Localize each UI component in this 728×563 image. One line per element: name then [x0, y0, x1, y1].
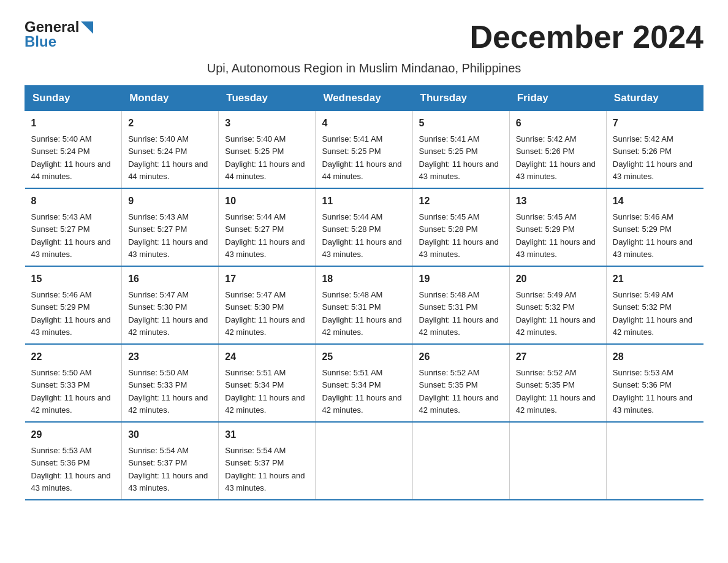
day-number: 6 — [516, 116, 600, 131]
day-number: 18 — [322, 272, 406, 286]
month-title: December 2024 — [469, 18, 703, 55]
day-info: Sunrise: 5:44 AMSunset: 5:27 PMDaylight:… — [225, 212, 305, 259]
day-info: Sunrise: 5:51 AMSunset: 5:34 PMDaylight:… — [225, 368, 305, 415]
day-info: Sunrise: 5:46 AMSunset: 5:29 PMDaylight:… — [613, 212, 692, 259]
calendar-cell: 10Sunrise: 5:44 AMSunset: 5:27 PMDayligh… — [219, 188, 316, 266]
day-info: Sunrise: 5:54 AMSunset: 5:37 PMDaylight:… — [128, 446, 208, 492]
day-number: 20 — [516, 272, 600, 286]
day-info: Sunrise: 5:41 AMSunset: 5:25 PMDaylight:… — [419, 134, 499, 181]
day-info: Sunrise: 5:43 AMSunset: 5:27 PMDaylight:… — [31, 212, 111, 259]
calendar-cell: 21Sunrise: 5:49 AMSunset: 5:32 PMDayligh… — [606, 266, 703, 344]
calendar-week-row: 22Sunrise: 5:50 AMSunset: 5:33 PMDayligh… — [25, 344, 703, 422]
calendar-header-friday: Friday — [509, 86, 606, 111]
page-header: General Blue December 2024 — [25, 18, 703, 55]
day-number: 26 — [419, 350, 503, 364]
calendar-cell: 20Sunrise: 5:49 AMSunset: 5:32 PMDayligh… — [509, 266, 606, 344]
subtitle: Upi, Autonomous Region in Muslim Mindana… — [25, 61, 703, 75]
calendar-cell: 18Sunrise: 5:48 AMSunset: 5:31 PMDayligh… — [316, 266, 412, 344]
calendar-cell: 2Sunrise: 5:40 AMSunset: 5:24 PMDaylight… — [122, 111, 219, 189]
day-number: 21 — [613, 272, 697, 286]
calendar-cell — [606, 422, 703, 500]
day-info: Sunrise: 5:41 AMSunset: 5:25 PMDaylight:… — [322, 134, 401, 181]
day-number: 15 — [31, 272, 116, 286]
day-number: 22 — [31, 350, 116, 364]
calendar-cell: 30Sunrise: 5:54 AMSunset: 5:37 PMDayligh… — [122, 422, 219, 500]
calendar-cell: 3Sunrise: 5:40 AMSunset: 5:25 PMDaylight… — [219, 111, 316, 189]
calendar-cell — [412, 422, 509, 500]
day-info: Sunrise: 5:47 AMSunset: 5:30 PMDaylight:… — [225, 290, 305, 337]
calendar-header-saturday: Saturday — [606, 86, 703, 111]
day-number: 5 — [419, 116, 503, 131]
day-number: 13 — [516, 194, 600, 209]
day-number: 1 — [31, 116, 116, 131]
calendar-cell: 26Sunrise: 5:52 AMSunset: 5:35 PMDayligh… — [412, 344, 509, 422]
calendar-cell: 7Sunrise: 5:42 AMSunset: 5:26 PMDaylight… — [606, 111, 703, 189]
day-number: 30 — [128, 427, 212, 442]
logo: General Blue — [25, 18, 93, 50]
day-info: Sunrise: 5:53 AMSunset: 5:36 PMDaylight:… — [31, 446, 111, 492]
day-number: 3 — [225, 116, 309, 131]
calendar-cell: 8Sunrise: 5:43 AMSunset: 5:27 PMDaylight… — [25, 188, 122, 266]
day-info: Sunrise: 5:52 AMSunset: 5:35 PMDaylight:… — [516, 368, 596, 415]
day-info: Sunrise: 5:43 AMSunset: 5:27 PMDaylight:… — [128, 212, 208, 259]
day-info: Sunrise: 5:40 AMSunset: 5:24 PMDaylight:… — [31, 134, 111, 181]
day-info: Sunrise: 5:48 AMSunset: 5:31 PMDaylight:… — [419, 290, 499, 337]
day-number: 9 — [128, 194, 212, 209]
day-number: 7 — [613, 116, 697, 131]
day-number: 19 — [419, 272, 503, 286]
day-info: Sunrise: 5:40 AMSunset: 5:24 PMDaylight:… — [128, 134, 208, 181]
calendar-cell: 24Sunrise: 5:51 AMSunset: 5:34 PMDayligh… — [219, 344, 316, 422]
day-number: 16 — [128, 272, 212, 286]
day-info: Sunrise: 5:46 AMSunset: 5:29 PMDaylight:… — [31, 290, 111, 337]
calendar-cell: 19Sunrise: 5:48 AMSunset: 5:31 PMDayligh… — [412, 266, 509, 344]
day-number: 17 — [225, 272, 309, 286]
day-info: Sunrise: 5:50 AMSunset: 5:33 PMDaylight:… — [128, 368, 208, 415]
day-info: Sunrise: 5:50 AMSunset: 5:33 PMDaylight:… — [31, 368, 111, 415]
calendar-table: SundayMondayTuesdayWednesdayThursdayFrid… — [25, 85, 703, 500]
day-number: 28 — [613, 350, 697, 364]
calendar-cell: 4Sunrise: 5:41 AMSunset: 5:25 PMDaylight… — [316, 111, 412, 189]
calendar-cell: 31Sunrise: 5:54 AMSunset: 5:37 PMDayligh… — [219, 422, 316, 500]
calendar-header-monday: Monday — [122, 86, 219, 111]
day-info: Sunrise: 5:42 AMSunset: 5:26 PMDaylight:… — [516, 134, 596, 181]
calendar-cell: 5Sunrise: 5:41 AMSunset: 5:25 PMDaylight… — [412, 111, 509, 189]
day-number: 24 — [225, 350, 309, 364]
calendar-header-row: SundayMondayTuesdayWednesdayThursdayFrid… — [25, 86, 703, 111]
calendar-cell: 14Sunrise: 5:46 AMSunset: 5:29 PMDayligh… — [606, 188, 703, 266]
calendar-cell: 25Sunrise: 5:51 AMSunset: 5:34 PMDayligh… — [316, 344, 412, 422]
calendar-cell: 22Sunrise: 5:50 AMSunset: 5:33 PMDayligh… — [25, 344, 122, 422]
day-number: 8 — [31, 194, 116, 209]
day-info: Sunrise: 5:52 AMSunset: 5:35 PMDaylight:… — [419, 368, 499, 415]
day-number: 4 — [322, 116, 406, 131]
day-info: Sunrise: 5:49 AMSunset: 5:32 PMDaylight:… — [516, 290, 596, 337]
calendar-header-tuesday: Tuesday — [219, 86, 316, 111]
logo-triangle-icon — [81, 21, 93, 34]
day-number: 14 — [613, 194, 697, 209]
calendar-cell: 27Sunrise: 5:52 AMSunset: 5:35 PMDayligh… — [509, 344, 606, 422]
calendar-cell: 6Sunrise: 5:42 AMSunset: 5:26 PMDaylight… — [509, 111, 606, 189]
calendar-cell — [509, 422, 606, 500]
day-number: 12 — [419, 194, 503, 209]
day-number: 27 — [516, 350, 600, 364]
day-number: 31 — [225, 427, 309, 442]
day-info: Sunrise: 5:54 AMSunset: 5:37 PMDaylight:… — [225, 446, 305, 492]
calendar-cell: 13Sunrise: 5:45 AMSunset: 5:29 PMDayligh… — [509, 188, 606, 266]
calendar-cell: 1Sunrise: 5:40 AMSunset: 5:24 PMDaylight… — [25, 111, 122, 189]
day-info: Sunrise: 5:51 AMSunset: 5:34 PMDaylight:… — [322, 368, 401, 415]
logo-blue-text: Blue — [25, 33, 56, 50]
calendar-cell: 23Sunrise: 5:50 AMSunset: 5:33 PMDayligh… — [122, 344, 219, 422]
calendar-cell: 28Sunrise: 5:53 AMSunset: 5:36 PMDayligh… — [606, 344, 703, 422]
calendar-header-wednesday: Wednesday — [316, 86, 412, 111]
day-number: 11 — [322, 194, 406, 209]
calendar-cell — [316, 422, 412, 500]
calendar-header-sunday: Sunday — [25, 86, 122, 111]
day-info: Sunrise: 5:53 AMSunset: 5:36 PMDaylight:… — [613, 368, 692, 415]
day-number: 10 — [225, 194, 309, 209]
calendar-cell: 9Sunrise: 5:43 AMSunset: 5:27 PMDaylight… — [122, 188, 219, 266]
calendar-week-row: 8Sunrise: 5:43 AMSunset: 5:27 PMDaylight… — [25, 188, 703, 266]
day-info: Sunrise: 5:47 AMSunset: 5:30 PMDaylight:… — [128, 290, 208, 337]
day-number: 29 — [31, 427, 116, 442]
calendar-week-row: 29Sunrise: 5:53 AMSunset: 5:36 PMDayligh… — [25, 422, 703, 500]
day-info: Sunrise: 5:40 AMSunset: 5:25 PMDaylight:… — [225, 134, 305, 181]
calendar-cell: 11Sunrise: 5:44 AMSunset: 5:28 PMDayligh… — [316, 188, 412, 266]
